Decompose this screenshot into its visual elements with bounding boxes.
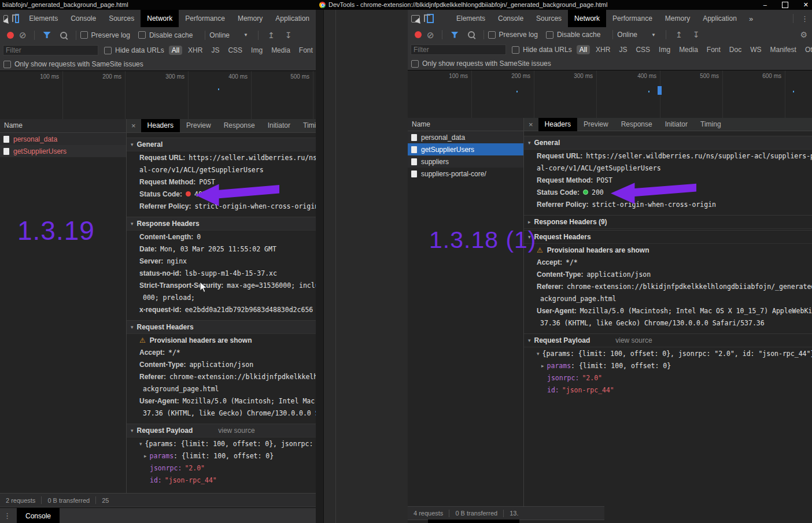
view-source-link[interactable]: view source <box>615 336 652 344</box>
preserve-log-checkbox[interactable] <box>488 31 496 39</box>
detail-tab-timing[interactable]: Timing <box>694 118 728 131</box>
more-tabs-icon[interactable]: » <box>743 14 759 23</box>
tab-console[interactable]: Console <box>64 10 102 27</box>
filter-chip-xhr[interactable]: XHR <box>593 45 613 54</box>
filter-icon[interactable] <box>43 32 51 38</box>
search-icon[interactable] <box>468 31 475 38</box>
maximize-button[interactable] <box>782 2 788 8</box>
device-toolbar-icon[interactable] <box>15 14 19 23</box>
detail-tab-headers[interactable]: Headers <box>538 118 577 131</box>
section-request-headers-header[interactable]: ▾ Request Headers <box>524 231 812 244</box>
request-row-getsupplierusers-selected[interactable]: getSupplierUsers <box>408 143 523 155</box>
inspect-element-icon[interactable] <box>411 15 420 23</box>
tab-performance[interactable]: Performance <box>179 10 231 27</box>
view-source-link[interactable]: view source <box>218 426 254 435</box>
payload-root-line[interactable]: ▾{params: {limit: 100, offset: 0}, jsonr… <box>127 437 316 450</box>
disable-cache-checkbox[interactable] <box>546 31 553 39</box>
filter-chip-img[interactable]: Img <box>248 46 265 55</box>
drawer-menu-icon[interactable]: ⋮ <box>0 511 14 520</box>
throttling-select[interactable]: Online <box>209 31 230 39</box>
filter-chip-css[interactable]: CSS <box>633 45 653 54</box>
close-window-button[interactable]: ✕ <box>803 0 809 10</box>
samesite-checkbox[interactable] <box>411 60 419 68</box>
close-detail-icon[interactable]: × <box>523 120 538 129</box>
record-button[interactable] <box>7 32 14 39</box>
filter-icon[interactable] <box>451 32 459 38</box>
filter-chip-img[interactable]: Img <box>656 45 673 54</box>
filter-chip-css[interactable]: CSS <box>225 46 245 55</box>
tab-console[interactable]: Console <box>492 10 530 27</box>
import-har-icon[interactable]: ↥ <box>676 30 682 39</box>
section-request-headers-header[interactable]: ▾ Request Headers <box>127 321 316 334</box>
filter-chip-media[interactable]: Media <box>268 46 293 55</box>
throttling-select[interactable]: Online <box>617 31 637 39</box>
detail-tab-initiator[interactable]: Initiator <box>659 118 694 131</box>
tab-sources[interactable]: Sources <box>102 10 141 27</box>
minimize-button[interactable]: – <box>763 0 767 10</box>
tab-performance[interactable]: Performance <box>606 10 659 27</box>
filter-chip-manifest[interactable]: Manifest <box>767 45 799 54</box>
hide-data-urls-checkbox[interactable] <box>104 47 112 54</box>
detail-tab-initiator[interactable]: Initiator <box>261 119 297 132</box>
request-row-getsupplierusers[interactable]: getSupplierUsers <box>0 145 126 157</box>
export-har-icon[interactable]: ↧ <box>285 31 292 40</box>
detail-tab-headers[interactable]: Headers <box>141 119 180 132</box>
detail-tab-timing[interactable]: Timing <box>297 119 316 132</box>
inspect-element-icon[interactable] <box>3 15 8 23</box>
filter-chip-all[interactable]: All <box>169 46 182 55</box>
filter-chip-all[interactable]: All <box>577 45 590 54</box>
request-row-personal-data[interactable]: personal_data <box>0 133 126 145</box>
tab-memory[interactable]: Memory <box>659 10 696 27</box>
right-waterfall-overview[interactable]: 100 ms 200 ms 300 ms 400 ms 500 ms 600 m… <box>408 70 812 119</box>
request-row-suppliers-portal-core[interactable]: suppliers-portal-core/ <box>408 168 523 180</box>
record-button[interactable] <box>415 31 422 38</box>
devtools-menu-icon[interactable]: ⋮ <box>798 14 812 23</box>
import-har-icon[interactable]: ↥ <box>268 31 275 40</box>
chevron-down-icon[interactable]: ▼ <box>243 32 248 38</box>
tab-application[interactable]: Application <box>696 10 743 27</box>
right-name-column-header[interactable]: Name <box>408 118 523 131</box>
filter-chip-font[interactable]: Font <box>296 46 316 55</box>
request-row-personal-data[interactable]: personal_data <box>408 131 523 143</box>
filter-chip-ws[interactable]: WS <box>747 45 764 54</box>
detail-tab-preview[interactable]: Preview <box>577 118 615 131</box>
search-icon[interactable] <box>60 32 67 39</box>
left-name-column-header[interactable]: Name <box>0 119 126 133</box>
chevron-down-icon[interactable]: ▼ <box>651 32 656 38</box>
filter-input[interactable] <box>3 45 98 55</box>
tab-network[interactable]: Network <box>141 10 179 27</box>
section-response-headers-header[interactable]: ▾ Response Headers <box>127 217 316 231</box>
filter-chip-other[interactable]: Other <box>802 45 812 54</box>
samesite-checkbox[interactable] <box>3 61 11 68</box>
drawer-tab-console[interactable]: Console <box>17 508 60 523</box>
clear-icon[interactable]: ⊘ <box>427 31 434 39</box>
close-detail-icon[interactable]: × <box>126 121 141 130</box>
payload-root-line[interactable]: ▾{params: {limit: 100, offset: 0}, jsonr… <box>524 347 812 359</box>
tab-application[interactable]: Application <box>269 10 316 27</box>
section-request-payload-header[interactable]: ▾ Request Payload view source <box>127 424 316 437</box>
tab-network[interactable]: Network <box>568 10 606 27</box>
section-general-header[interactable]: ▾ General <box>524 136 812 150</box>
tab-elements[interactable]: Elements <box>450 10 492 27</box>
section-response-headers-header[interactable]: ▸ Response Headers (9) <box>524 216 812 229</box>
filter-chip-doc[interactable]: Doc <box>726 45 744 54</box>
filter-input[interactable] <box>411 44 506 55</box>
payload-params-line[interactable]: ▸params: {limit: 100, offset: 0} <box>127 450 316 462</box>
tab-memory[interactable]: Memory <box>231 10 269 27</box>
detail-tab-preview[interactable]: Preview <box>180 119 217 132</box>
preserve-log-checkbox[interactable] <box>80 31 88 39</box>
filter-chip-media[interactable]: Media <box>676 45 701 54</box>
filter-chip-js[interactable]: JS <box>208 46 222 55</box>
hide-data-urls-checkbox[interactable] <box>512 46 519 54</box>
tab-elements[interactable]: Elements <box>23 10 64 27</box>
disable-cache-checkbox[interactable] <box>138 31 146 39</box>
left-waterfall-overview[interactable]: 100 ms 200 ms 300 ms 400 ms 500 ms <box>0 71 316 120</box>
device-toolbar-icon[interactable] <box>427 14 434 23</box>
tab-sources[interactable]: Sources <box>530 10 568 27</box>
clear-icon[interactable]: ⊘ <box>19 31 27 39</box>
payload-params-line[interactable]: ▸params: {limit: 100, offset: 0} <box>524 359 812 372</box>
filter-chip-font[interactable]: Font <box>704 45 724 54</box>
section-request-payload-header[interactable]: ▾ Request Payload view source <box>524 334 812 347</box>
detail-tab-response[interactable]: Response <box>217 119 261 132</box>
export-har-icon[interactable]: ↧ <box>693 30 700 39</box>
